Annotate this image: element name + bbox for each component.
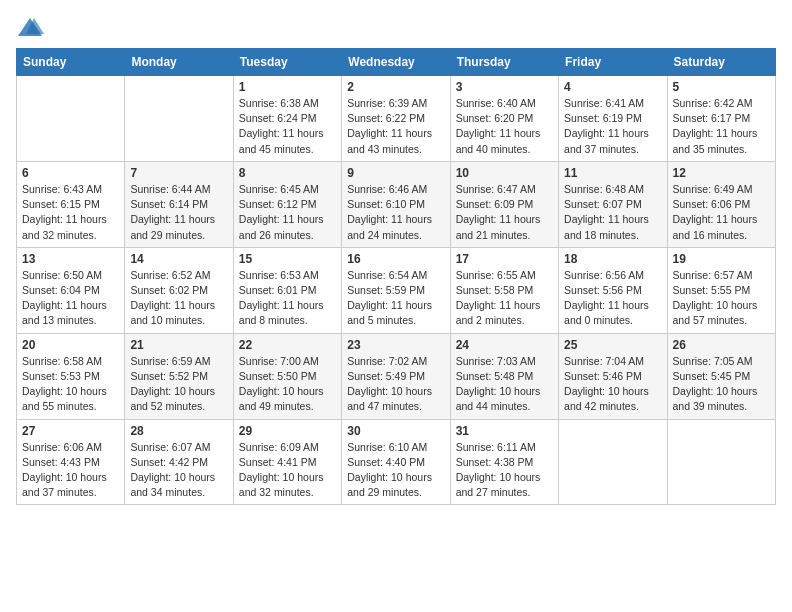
day-number: 6 — [22, 166, 119, 180]
cell-content: Sunrise: 6:47 AM Sunset: 6:09 PM Dayligh… — [456, 182, 553, 243]
day-number: 9 — [347, 166, 444, 180]
day-number: 16 — [347, 252, 444, 266]
calendar-cell: 27Sunrise: 6:06 AM Sunset: 4:43 PM Dayli… — [17, 419, 125, 505]
calendar-cell: 5Sunrise: 6:42 AM Sunset: 6:17 PM Daylig… — [667, 76, 775, 162]
cell-content: Sunrise: 6:38 AM Sunset: 6:24 PM Dayligh… — [239, 96, 336, 157]
calendar-week-row: 1Sunrise: 6:38 AM Sunset: 6:24 PM Daylig… — [17, 76, 776, 162]
calendar-day-header: Thursday — [450, 49, 558, 76]
calendar-cell: 29Sunrise: 6:09 AM Sunset: 4:41 PM Dayli… — [233, 419, 341, 505]
cell-content: Sunrise: 6:56 AM Sunset: 5:56 PM Dayligh… — [564, 268, 661, 329]
calendar-cell: 8Sunrise: 6:45 AM Sunset: 6:12 PM Daylig… — [233, 161, 341, 247]
cell-content: Sunrise: 6:52 AM Sunset: 6:02 PM Dayligh… — [130, 268, 227, 329]
day-number: 21 — [130, 338, 227, 352]
calendar-cell: 15Sunrise: 6:53 AM Sunset: 6:01 PM Dayli… — [233, 247, 341, 333]
calendar-cell: 7Sunrise: 6:44 AM Sunset: 6:14 PM Daylig… — [125, 161, 233, 247]
calendar-cell — [125, 76, 233, 162]
cell-content: Sunrise: 6:45 AM Sunset: 6:12 PM Dayligh… — [239, 182, 336, 243]
day-number: 13 — [22, 252, 119, 266]
day-number: 14 — [130, 252, 227, 266]
calendar-cell: 24Sunrise: 7:03 AM Sunset: 5:48 PM Dayli… — [450, 333, 558, 419]
calendar-cell: 16Sunrise: 6:54 AM Sunset: 5:59 PM Dayli… — [342, 247, 450, 333]
cell-content: Sunrise: 6:07 AM Sunset: 4:42 PM Dayligh… — [130, 440, 227, 501]
calendar-day-header: Tuesday — [233, 49, 341, 76]
cell-content: Sunrise: 6:42 AM Sunset: 6:17 PM Dayligh… — [673, 96, 770, 157]
cell-content: Sunrise: 6:39 AM Sunset: 6:22 PM Dayligh… — [347, 96, 444, 157]
calendar-cell: 31Sunrise: 6:11 AM Sunset: 4:38 PM Dayli… — [450, 419, 558, 505]
calendar-week-row: 27Sunrise: 6:06 AM Sunset: 4:43 PM Dayli… — [17, 419, 776, 505]
day-number: 26 — [673, 338, 770, 352]
day-number: 3 — [456, 80, 553, 94]
calendar-cell — [17, 76, 125, 162]
day-number: 22 — [239, 338, 336, 352]
cell-content: Sunrise: 6:10 AM Sunset: 4:40 PM Dayligh… — [347, 440, 444, 501]
cell-content: Sunrise: 7:05 AM Sunset: 5:45 PM Dayligh… — [673, 354, 770, 415]
day-number: 15 — [239, 252, 336, 266]
day-number: 1 — [239, 80, 336, 94]
calendar-cell: 19Sunrise: 6:57 AM Sunset: 5:55 PM Dayli… — [667, 247, 775, 333]
day-number: 31 — [456, 424, 553, 438]
day-number: 4 — [564, 80, 661, 94]
calendar-cell: 4Sunrise: 6:41 AM Sunset: 6:19 PM Daylig… — [559, 76, 667, 162]
cell-content: Sunrise: 6:11 AM Sunset: 4:38 PM Dayligh… — [456, 440, 553, 501]
cell-content: Sunrise: 6:41 AM Sunset: 6:19 PM Dayligh… — [564, 96, 661, 157]
cell-content: Sunrise: 6:43 AM Sunset: 6:15 PM Dayligh… — [22, 182, 119, 243]
day-number: 17 — [456, 252, 553, 266]
day-number: 5 — [673, 80, 770, 94]
cell-content: Sunrise: 6:53 AM Sunset: 6:01 PM Dayligh… — [239, 268, 336, 329]
day-number: 29 — [239, 424, 336, 438]
day-number: 12 — [673, 166, 770, 180]
cell-content: Sunrise: 7:04 AM Sunset: 5:46 PM Dayligh… — [564, 354, 661, 415]
calendar-cell: 17Sunrise: 6:55 AM Sunset: 5:58 PM Dayli… — [450, 247, 558, 333]
cell-content: Sunrise: 7:00 AM Sunset: 5:50 PM Dayligh… — [239, 354, 336, 415]
logo-icon — [16, 16, 44, 40]
cell-content: Sunrise: 6:48 AM Sunset: 6:07 PM Dayligh… — [564, 182, 661, 243]
calendar-cell: 30Sunrise: 6:10 AM Sunset: 4:40 PM Dayli… — [342, 419, 450, 505]
calendar-cell: 10Sunrise: 6:47 AM Sunset: 6:09 PM Dayli… — [450, 161, 558, 247]
calendar-week-row: 6Sunrise: 6:43 AM Sunset: 6:15 PM Daylig… — [17, 161, 776, 247]
day-number: 10 — [456, 166, 553, 180]
cell-content: Sunrise: 6:59 AM Sunset: 5:52 PM Dayligh… — [130, 354, 227, 415]
day-number: 8 — [239, 166, 336, 180]
cell-content: Sunrise: 6:44 AM Sunset: 6:14 PM Dayligh… — [130, 182, 227, 243]
calendar-cell: 13Sunrise: 6:50 AM Sunset: 6:04 PM Dayli… — [17, 247, 125, 333]
calendar-cell: 3Sunrise: 6:40 AM Sunset: 6:20 PM Daylig… — [450, 76, 558, 162]
calendar-cell: 20Sunrise: 6:58 AM Sunset: 5:53 PM Dayli… — [17, 333, 125, 419]
cell-content: Sunrise: 6:50 AM Sunset: 6:04 PM Dayligh… — [22, 268, 119, 329]
calendar-cell: 25Sunrise: 7:04 AM Sunset: 5:46 PM Dayli… — [559, 333, 667, 419]
day-number: 28 — [130, 424, 227, 438]
day-number: 2 — [347, 80, 444, 94]
calendar-cell: 12Sunrise: 6:49 AM Sunset: 6:06 PM Dayli… — [667, 161, 775, 247]
day-number: 19 — [673, 252, 770, 266]
calendar-cell: 1Sunrise: 6:38 AM Sunset: 6:24 PM Daylig… — [233, 76, 341, 162]
cell-content: Sunrise: 7:02 AM Sunset: 5:49 PM Dayligh… — [347, 354, 444, 415]
cell-content: Sunrise: 6:54 AM Sunset: 5:59 PM Dayligh… — [347, 268, 444, 329]
cell-content: Sunrise: 6:57 AM Sunset: 5:55 PM Dayligh… — [673, 268, 770, 329]
calendar-cell: 28Sunrise: 6:07 AM Sunset: 4:42 PM Dayli… — [125, 419, 233, 505]
calendar-cell: 26Sunrise: 7:05 AM Sunset: 5:45 PM Dayli… — [667, 333, 775, 419]
day-number: 27 — [22, 424, 119, 438]
calendar-header-row: SundayMondayTuesdayWednesdayThursdayFrid… — [17, 49, 776, 76]
calendar-table: SundayMondayTuesdayWednesdayThursdayFrid… — [16, 48, 776, 505]
calendar-week-row: 20Sunrise: 6:58 AM Sunset: 5:53 PM Dayli… — [17, 333, 776, 419]
day-number: 7 — [130, 166, 227, 180]
cell-content: Sunrise: 6:06 AM Sunset: 4:43 PM Dayligh… — [22, 440, 119, 501]
calendar-cell: 21Sunrise: 6:59 AM Sunset: 5:52 PM Dayli… — [125, 333, 233, 419]
page-header — [16, 16, 776, 40]
day-number: 25 — [564, 338, 661, 352]
calendar-day-header: Monday — [125, 49, 233, 76]
cell-content: Sunrise: 6:49 AM Sunset: 6:06 PM Dayligh… — [673, 182, 770, 243]
calendar-cell: 18Sunrise: 6:56 AM Sunset: 5:56 PM Dayli… — [559, 247, 667, 333]
cell-content: Sunrise: 6:58 AM Sunset: 5:53 PM Dayligh… — [22, 354, 119, 415]
calendar-cell: 2Sunrise: 6:39 AM Sunset: 6:22 PM Daylig… — [342, 76, 450, 162]
day-number: 23 — [347, 338, 444, 352]
calendar-day-header: Saturday — [667, 49, 775, 76]
cell-content: Sunrise: 6:55 AM Sunset: 5:58 PM Dayligh… — [456, 268, 553, 329]
day-number: 24 — [456, 338, 553, 352]
calendar-cell — [559, 419, 667, 505]
calendar-cell — [667, 419, 775, 505]
calendar-day-header: Friday — [559, 49, 667, 76]
calendar-week-row: 13Sunrise: 6:50 AM Sunset: 6:04 PM Dayli… — [17, 247, 776, 333]
calendar-cell: 6Sunrise: 6:43 AM Sunset: 6:15 PM Daylig… — [17, 161, 125, 247]
calendar-cell: 22Sunrise: 7:00 AM Sunset: 5:50 PM Dayli… — [233, 333, 341, 419]
logo — [16, 16, 48, 40]
